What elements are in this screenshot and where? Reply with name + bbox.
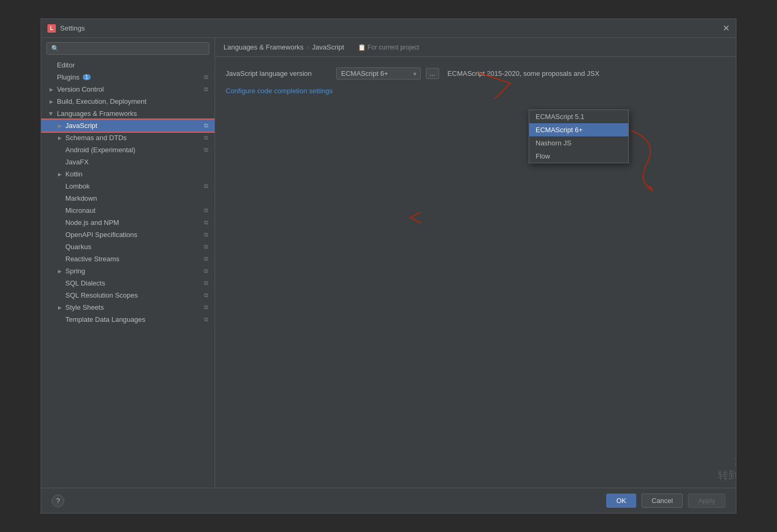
dropdown-option-flow[interactable]: Flow (529, 150, 628, 163)
more-options-button[interactable]: ... (426, 68, 439, 79)
sidebar-item-label: JavaFX (65, 158, 89, 166)
configure-link[interactable]: Configure code completion settings (226, 87, 333, 95)
sidebar-item-spring[interactable]: ▶ Spring ⧉ (41, 265, 215, 277)
copy-icon: ⧉ (204, 219, 208, 226)
sidebar-item-label: OpenAPI Specifications (65, 231, 138, 239)
copy-icon: ⧉ (204, 122, 208, 129)
chevron-icon (47, 74, 55, 81)
annotation-overlay (215, 57, 736, 488)
sidebar-item-label: Version Control (57, 85, 104, 93)
chevron-right-icon: ▶ (56, 122, 63, 130)
sidebar-item-label: JavaScript (65, 122, 98, 130)
sidebar-item-label: SQL Dialects (65, 279, 105, 287)
copy-icon: ⧉ (204, 292, 208, 299)
sidebar-item-javafx[interactable]: JavaFX (41, 156, 215, 168)
setting-label: JavaScript language version (226, 70, 331, 77)
sidebar-item-lombok[interactable]: Lombok ⧉ (41, 180, 215, 192)
spacer-icon (56, 255, 63, 263)
sidebar-item-label: Kotlin (65, 170, 83, 178)
spacer-icon (56, 207, 63, 214)
sidebar-item-label: SQL Resolution Scopes (65, 291, 138, 299)
sidebar-item-style-sheets[interactable]: ▶ Style Sheets ⧉ (41, 301, 215, 313)
sidebar-item-sql-resolution[interactable]: SQL Resolution Scopes ⧉ (41, 289, 215, 301)
sidebar-item-schemas[interactable]: ▶ Schemas and DTDs ⧉ (41, 132, 215, 144)
dropdown-option-nashorn[interactable]: Nashorn JS (529, 136, 628, 150)
copy-icon: ⧉ (204, 86, 208, 93)
copy-icon: ⧉ (204, 304, 208, 311)
apply-button[interactable]: Apply (688, 494, 725, 508)
chevron-down-icon: ▶ (47, 110, 55, 117)
copy-icon: ⧉ (204, 268, 208, 274)
sidebar-item-markdown[interactable]: Markdown (41, 192, 215, 204)
sidebar-item-quarkus[interactable]: Quarkus ⧉ (41, 241, 215, 253)
sidebar-item-version-control[interactable]: ▶ Version Control ⧉ (41, 83, 215, 95)
for-project-icon: 📋 (358, 44, 366, 51)
chevron-right-icon: ▶ (47, 86, 55, 93)
bottom-bar: ? OK Cancel Apply (41, 488, 736, 513)
dropdown-option-ecma6[interactable]: ECMAScript 6+ (529, 123, 628, 136)
spacer-icon (56, 219, 63, 226)
sidebar-item-android[interactable]: Android (Experimental) ⧉ (41, 144, 215, 156)
sidebar-item-kotlin[interactable]: ▶ Kotlin (41, 168, 215, 180)
sidebar-list: Editor Plugins 1 ⧉ ▶ Version Control ⧉ (41, 59, 215, 488)
chevron-right-icon: ▶ (47, 98, 55, 105)
sidebar-item-nodejs[interactable]: Node.js and NPM ⧉ (41, 216, 215, 229)
dialog-title: Settings (60, 24, 85, 32)
spacer-icon (56, 292, 63, 299)
title-bar: L Settings ✕ (41, 19, 736, 38)
copy-icon: ⧉ (204, 280, 208, 287)
sidebar-item-label: Spring (65, 267, 85, 275)
breadcrumb-part2: JavaScript (312, 43, 344, 51)
ok-button[interactable]: OK (606, 494, 636, 508)
sidebar-item-label: Android (Experimental) (65, 146, 135, 154)
sidebar-item-languages[interactable]: ▶ Languages & Frameworks (41, 107, 215, 120)
sidebar-item-micronaut[interactable]: Micronaut ⧉ (41, 204, 215, 216)
chevron-right-icon: ▶ (56, 268, 63, 275)
sidebar-item-label: Node.js and NPM (65, 219, 119, 226)
sidebar-item-template-data[interactable]: Template Data Languages ⧉ (41, 313, 215, 326)
sidebar-item-reactive-streams[interactable]: Reactive Streams ⧉ (41, 253, 215, 265)
copy-icon: ⧉ (204, 255, 208, 262)
spacer-icon (56, 280, 63, 287)
search-input[interactable] (46, 42, 209, 55)
for-project-label: 📋 For current project (358, 44, 419, 51)
copy-icon: ⧉ (204, 316, 208, 323)
sidebar-item-plugins[interactable]: Plugins 1 ⧉ (41, 71, 215, 83)
sidebar-item-label: Template Data Languages (65, 316, 145, 323)
spacer-icon (56, 183, 63, 190)
spacer-icon (56, 231, 63, 239)
sidebar-item-build[interactable]: ▶ Build, Execution, Deployment (41, 95, 215, 107)
dropdown-option-ecma51[interactable]: ECMAScript 5.1 (529, 110, 628, 123)
sidebar-item-label: Plugins (57, 73, 80, 81)
dropdown-container: ECMAScript 6+ ▼ (336, 67, 421, 80)
sidebar-item-sql-dialects[interactable]: SQL Dialects ⧉ (41, 277, 215, 289)
sidebar-item-label: Build, Execution, Deployment (57, 97, 147, 105)
chevron-right-icon: ▶ (56, 304, 63, 311)
sidebar-item-openapi[interactable]: OpenAPI Specifications ⧉ (41, 229, 215, 241)
breadcrumb-separator: › (307, 43, 309, 51)
content-area: Languages & Frameworks › JavaScript 📋 Fo… (215, 38, 736, 488)
version-description: ECMAScript 2015-2020, some proposals and… (448, 70, 599, 77)
spacer-icon (56, 195, 63, 202)
copy-icon: ⧉ (204, 231, 208, 238)
close-button[interactable]: ✕ (723, 24, 730, 33)
sidebar-item-javascript[interactable]: ▶ JavaScript ⧉ (41, 120, 215, 132)
sidebar-item-editor[interactable]: Editor (41, 59, 215, 71)
help-button[interactable]: ? (52, 495, 64, 507)
sidebar-item-label: Style Sheets (65, 303, 104, 311)
spacer-icon (56, 159, 63, 166)
plugins-badge: 1 (83, 74, 91, 80)
sidebar-item-label: Lombok (65, 182, 90, 190)
sidebar-item-label: Schemas and DTDs (65, 134, 127, 142)
breadcrumb-part1: Languages & Frameworks (224, 43, 304, 51)
cancel-button[interactable]: Cancel (642, 494, 683, 508)
js-version-dropdown[interactable]: ECMAScript 6+ (336, 67, 421, 80)
sidebar-item-label: Reactive Streams (65, 255, 120, 263)
link-row: Configure code completion settings (226, 87, 725, 95)
spacer-icon (56, 316, 63, 323)
copy-icon: ⧉ (204, 134, 208, 141)
chevron-right-icon: ▶ (56, 171, 63, 178)
sidebar-item-label: Editor (57, 61, 75, 69)
copy-icon: ⧉ (204, 146, 208, 153)
setting-row: JavaScript language version ECMAScript 6… (226, 67, 725, 80)
